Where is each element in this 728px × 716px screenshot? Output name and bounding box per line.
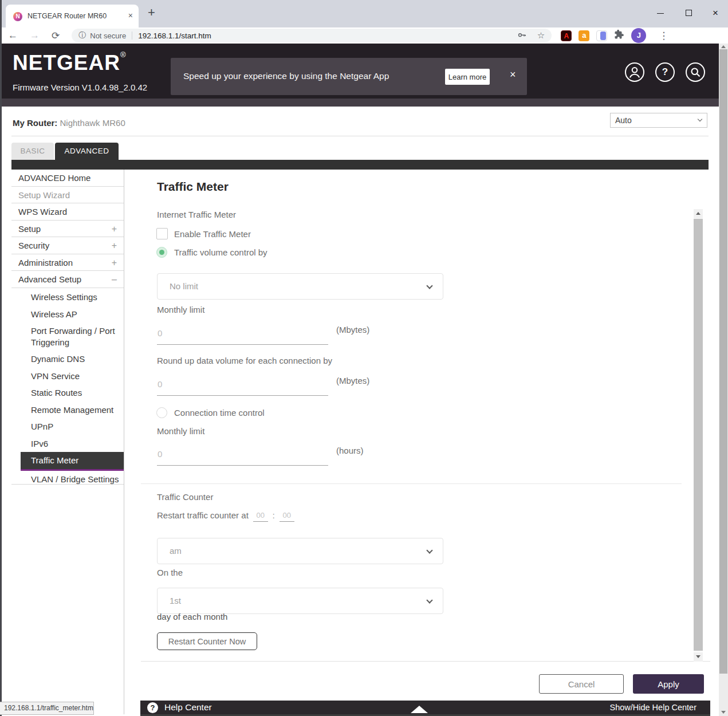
sidebar-item-wireless-ap[interactable]: Wireless AP	[11, 306, 124, 323]
content-scrollbar-thumb[interactable]	[694, 219, 703, 651]
help-center-title: Help Center	[164, 702, 212, 713]
expand-plus-icon[interactable]: +	[112, 237, 117, 254]
sidebar-item-vlan-bridge[interactable]: VLAN / Bridge Settings	[11, 471, 124, 488]
on-the-label: On the	[157, 568, 183, 577]
show-hide-help-toggle[interactable]: Show/Hide Help Center	[609, 703, 696, 712]
tab-basic[interactable]: BASIC	[11, 143, 54, 160]
apply-button[interactable]: Apply	[633, 674, 704, 694]
router-bar-divider	[11, 136, 709, 136]
key-icon[interactable]	[517, 30, 527, 42]
sidebar-item-remote-management[interactable]: Remote Management	[11, 402, 124, 419]
sidebar-item-security[interactable]: Security+	[11, 237, 124, 254]
day-dropdown[interactable]: 1st	[157, 588, 443, 614]
enable-traffic-meter-checkbox[interactable]	[156, 228, 168, 239]
address-bar[interactable]: ⓘ Not secure 192.168.1.1/start.htm ☆	[72, 29, 552, 42]
account-button[interactable]	[625, 62, 644, 82]
monthly-limit-hours-input[interactable]	[157, 442, 328, 466]
blue-extension-icon[interactable]	[596, 30, 607, 41]
sidebar-item-advanced-home[interactable]: ADVANCED Home	[11, 170, 124, 187]
scroll-down-button[interactable]	[694, 652, 703, 662]
info-icon[interactable]: ⓘ	[78, 30, 86, 41]
section-divider	[141, 483, 682, 484]
browser-scrollbar[interactable]	[719, 44, 728, 716]
sidebar-item-port-forwarding[interactable]: Port Forwarding / Port Triggering	[11, 322, 124, 351]
profile-avatar[interactable]: J	[631, 28, 646, 43]
window-maximize-button[interactable]	[677, 0, 701, 26]
maximize-icon	[686, 10, 692, 16]
sidebar-item-wps-wizard[interactable]: WPS Wizard	[11, 203, 124, 221]
traffic-volume-radio[interactable]	[156, 247, 167, 258]
ampm-dropdown[interactable]: am	[157, 538, 443, 564]
tab-advanced[interactable]: ADVANCED	[55, 143, 119, 160]
tab-close-icon[interactable]: ×	[128, 11, 133, 20]
triangle-down-icon	[696, 655, 701, 658]
browser-tab[interactable]: N NETGEAR Router MR60 ×	[6, 5, 139, 27]
sidebar-item-static-routes[interactable]: Static Routes	[11, 384, 124, 402]
back-icon[interactable]: ←	[8, 30, 18, 41]
browser-scrollbar-thumb[interactable]	[719, 49, 727, 674]
sidebar-item-advanced-setup[interactable]: Advanced Setup–	[11, 271, 124, 288]
mbytes-unit: (Mbytes)	[336, 325, 369, 335]
monthly-limit-input[interactable]	[157, 321, 328, 345]
extensions-row: A a J ⋮	[561, 28, 668, 43]
promo-banner-text: Speed up your experience by using the Ne…	[183, 71, 389, 81]
sidebar-item-wireless-settings[interactable]: Wireless Settings	[11, 289, 124, 306]
amazon-extension-icon[interactable]: a	[579, 30, 589, 41]
sidebar-item-vpn-service[interactable]: VPN Service	[11, 368, 124, 385]
hours-unit: (hours)	[336, 446, 364, 455]
monthly-limit-label: Monthly limit	[157, 305, 204, 314]
volume-limit-dropdown[interactable]: No limit	[157, 273, 443, 300]
restart-counter-button[interactable]: Restart Counter Now	[157, 632, 257, 650]
help-expand-triangle-icon[interactable]	[411, 706, 428, 713]
connection-time-radio[interactable]	[156, 407, 167, 418]
adobe-extension-icon[interactable]: A	[561, 30, 572, 41]
netgear-logo: NETGEAR®	[13, 50, 127, 75]
content-bottom-divider	[141, 661, 710, 662]
url-text: 192.168.1.1/start.htm	[138, 32, 517, 40]
traffic-counter-label: Traffic Counter	[157, 492, 213, 502]
content-scrollbar[interactable]	[694, 209, 703, 662]
reload-icon[interactable]: ⟳	[52, 30, 60, 42]
chevron-down-icon	[698, 117, 702, 121]
help-center-bar[interactable]: ? Help Center Show/Hide Help Center	[140, 701, 710, 715]
bookmark-star-icon[interactable]: ☆	[537, 30, 545, 41]
window-minimize-button[interactable]	[648, 0, 672, 26]
learn-more-button[interactable]: Learn more	[445, 69, 490, 85]
window-close-button[interactable]: ×	[703, 0, 727, 26]
sidebar-item-traffic-meter[interactable]: Traffic Meter	[21, 452, 124, 471]
chevron-down-icon	[426, 282, 432, 289]
roundup-label: Round up data volume for each connection…	[157, 356, 332, 365]
tabs-dark-bar	[11, 160, 709, 170]
collapse-minus-icon[interactable]: –	[112, 271, 117, 288]
sidebar-item-ipv6[interactable]: IPv6	[11, 435, 124, 453]
mode-dropdown[interactable]: Auto	[610, 113, 707, 128]
help-button[interactable]: ?	[655, 62, 675, 82]
chevron-down-icon	[426, 597, 432, 603]
minimize-icon	[657, 13, 664, 14]
expand-plus-icon[interactable]: +	[112, 221, 117, 237]
expand-plus-icon[interactable]: +	[112, 254, 117, 271]
help-question-icon: ?	[147, 702, 158, 713]
search-button[interactable]	[686, 62, 705, 82]
banner-close-icon[interactable]: ×	[510, 69, 516, 81]
internet-traffic-meter-label: Internet Traffic Meter	[157, 210, 236, 219]
new-tab-button[interactable]: +	[148, 5, 155, 20]
sidebar-item-setup[interactable]: Setup+	[11, 221, 124, 238]
restart-hour-input[interactable]	[253, 509, 268, 522]
sidebar-item-administration[interactable]: Administration+	[11, 254, 124, 272]
browser-menu-icon[interactable]: ⋮	[659, 30, 668, 42]
scroll-up-button[interactable]	[694, 209, 703, 218]
roundup-input[interactable]	[157, 372, 328, 396]
extensions-puzzle-icon[interactable]	[614, 29, 624, 42]
sidebar-bottom-divider	[11, 484, 124, 485]
restart-minute-input[interactable]	[280, 509, 294, 522]
cancel-button[interactable]: Cancel	[539, 674, 624, 694]
sidebar-item-dynamic-dns[interactable]: Dynamic DNS	[11, 351, 124, 368]
promo-banner: Speed up your experience by using the Ne…	[171, 58, 527, 95]
sidebar-item-setup-wizard[interactable]: Setup Wizard	[11, 187, 124, 204]
window-left-edge	[0, 0, 2, 716]
router-name: Nighthawk MR60	[60, 118, 125, 128]
forward-icon[interactable]: →	[30, 30, 40, 41]
sidebar-item-upnp[interactable]: UPnP	[11, 418, 124, 435]
sidebar-vertical-divider	[124, 170, 124, 714]
